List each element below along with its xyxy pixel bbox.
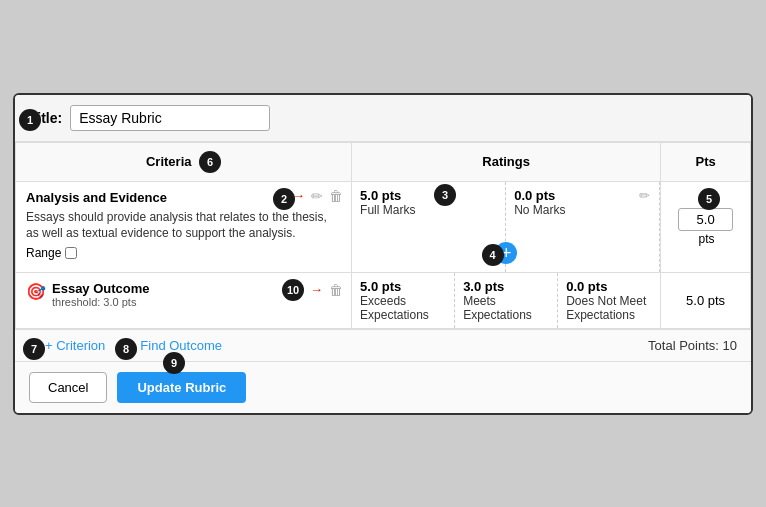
criteria-cell-2: 🎯 Essay Outcome threshold: 3.0 pts 10 → … bbox=[16, 272, 352, 328]
range-row-1: Range bbox=[26, 246, 341, 260]
footer-actions: 7 8 + Criterion 🔍 Find Outcome Total Poi… bbox=[15, 329, 751, 361]
rating-pts-2-3: 0.0 pts bbox=[566, 279, 652, 294]
rating-label-1-1: Full Marks bbox=[360, 203, 497, 217]
rubric-table: Criteria 6 Ratings Pts 2 → ✏ 🗑 bbox=[15, 142, 751, 329]
ratings-cell-2: 5.0 pts Exceeds Expectations 3.0 pts Mee… bbox=[352, 272, 661, 328]
cancel-button[interactable]: Cancel bbox=[29, 372, 107, 403]
outcome-icons: 10 → 🗑 bbox=[282, 279, 343, 301]
ratings-inner-2: 5.0 pts Exceeds Expectations 3.0 pts Mee… bbox=[352, 273, 660, 328]
pts-cell-2: 5.0 pts bbox=[661, 272, 751, 328]
table-row: 2 → ✏ 🗑 Analysis and Evidence Essays sho… bbox=[16, 181, 751, 272]
total-points: Total Points: 10 bbox=[648, 338, 737, 353]
title-input[interactable] bbox=[70, 105, 270, 131]
table-row: 🎯 Essay Outcome threshold: 3.0 pts 10 → … bbox=[16, 272, 751, 328]
outcome-threshold: threshold: 3.0 pts bbox=[52, 296, 150, 308]
badge-5: 5 bbox=[698, 188, 720, 210]
criteria-cell-1: 2 → ✏ 🗑 Analysis and Evidence Essays sho… bbox=[16, 181, 352, 272]
rating-pts-2-2: 3.0 pts bbox=[463, 279, 549, 294]
pts-value-2: 5.0 pts bbox=[686, 293, 725, 308]
badge-10: 10 bbox=[282, 279, 304, 301]
badge-4: 4 bbox=[482, 244, 504, 266]
badge-7: 7 bbox=[23, 338, 45, 360]
range-label-1: Range bbox=[26, 246, 61, 260]
badge-1: 1 bbox=[19, 109, 41, 131]
pts-suffix-1: pts bbox=[699, 232, 715, 246]
col-header-criteria: Criteria 6 bbox=[16, 142, 352, 181]
pencil-icon-1[interactable]: ✏ bbox=[311, 188, 323, 204]
update-rubric-button[interactable]: Update Rubric bbox=[117, 372, 246, 403]
arrow-icon-2: → bbox=[310, 282, 323, 297]
pts-input-1[interactable] bbox=[678, 208, 733, 231]
criteria-icons-1: → ✏ 🗑 bbox=[292, 188, 343, 204]
col-header-pts: Pts bbox=[661, 142, 751, 181]
header-row: 1 Title: bbox=[15, 95, 751, 142]
badge-9: 9 bbox=[163, 352, 185, 374]
ratings-cell-1: 3 ✏ 5.0 pts Full Marks 0.0 pts No Marks bbox=[352, 181, 661, 272]
trash-icon-2[interactable]: 🗑 bbox=[329, 282, 343, 298]
outcome-title: Essay Outcome bbox=[52, 281, 150, 296]
col-header-ratings: Ratings bbox=[352, 142, 661, 181]
range-checkbox-1[interactable] bbox=[65, 247, 77, 259]
badge-6: 6 bbox=[199, 151, 221, 173]
rating-pts-1-1: 5.0 pts bbox=[360, 188, 497, 203]
rating-item-2-1: 5.0 pts Exceeds Expectations bbox=[352, 273, 455, 328]
ratings-inner-1: 5.0 pts Full Marks 0.0 pts No Marks 4 + bbox=[352, 182, 660, 272]
badge-8: 8 bbox=[115, 338, 137, 360]
rating-item-1-2: 0.0 pts No Marks bbox=[506, 182, 660, 272]
arrow-icon-1: → bbox=[292, 188, 305, 203]
rating-pts-1-2: 0.0 pts bbox=[514, 188, 651, 203]
trash-icon-1[interactable]: 🗑 bbox=[329, 188, 343, 204]
pts-cell-1: 5 pts bbox=[661, 181, 751, 272]
add-criterion-label: + Criterion bbox=[45, 338, 105, 353]
rating-item-2-3: 0.0 pts Does Not Meet Expectations bbox=[558, 273, 660, 328]
rating-pts-2-1: 5.0 pts bbox=[360, 279, 446, 294]
add-criterion-button[interactable]: + Criterion bbox=[45, 338, 105, 353]
rubric-dialog: 1 Title: Criteria 6 Ratings Pts 2 bbox=[13, 93, 753, 415]
rating-label-1-2: No Marks bbox=[514, 203, 651, 217]
rating-label-2-2: Meets Expectations bbox=[463, 294, 549, 322]
rating-item-2-2: 3.0 pts Meets Expectations bbox=[455, 273, 558, 328]
criteria-desc-1: Essays should provide analysis that rela… bbox=[26, 209, 341, 243]
rating-label-2-1: Exceeds Expectations bbox=[360, 294, 446, 322]
bottom-buttons: 9 Cancel Update Rubric bbox=[15, 361, 751, 413]
find-outcome-label: Find Outcome bbox=[140, 338, 222, 353]
rating-label-2-3: Does Not Meet Expectations bbox=[566, 294, 652, 322]
outcome-icon: 🎯 bbox=[26, 282, 46, 301]
